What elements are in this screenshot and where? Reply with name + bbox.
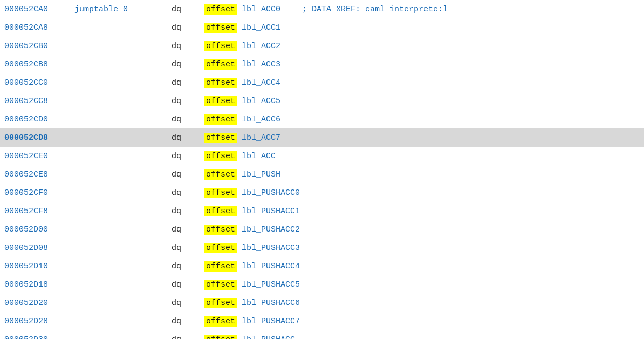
table-row[interactable]: 000052D28dqoffsetlbl_PUSHACC7 [0,312,644,330]
address-col: 000052CA0 [4,5,74,14]
address-col: 000052CE0 [4,152,74,161]
mnemonic-col: dq [172,97,204,106]
operand-col: lbl_PUSHACC0 [242,188,300,198]
address-col: 000052CA8 [4,23,74,32]
table-row[interactable]: 000052CB8dqoffsetlbl_ACC3 [0,55,644,73]
offset-keyword: offset [204,151,237,161]
offset-keyword: offset [204,206,237,216]
offset-keyword: offset [204,188,237,198]
mnemonic-col: dq [172,42,204,51]
operand-col: lbl_ACC [242,152,276,161]
operand-col: lbl_ACC6 [242,115,280,124]
address-col: 000052D20 [4,299,74,308]
offset-keyword: offset [204,280,237,290]
offset-keyword: offset [204,59,237,70]
table-row[interactable]: 000052D30dqoffsetlbl_PUSHACC [0,330,644,339]
table-row[interactable]: 000052D08dqoffsetlbl_PUSHACC3 [0,239,644,257]
operand-col: lbl_PUSHACC1 [242,207,300,216]
address-col: 000052D28 [4,317,74,326]
operand-col: lbl_ACC3 [242,60,280,69]
address-col: 000052CE8 [4,170,74,179]
table-row[interactable]: 000052D10dqoffsetlbl_PUSHACC4 [0,257,644,275]
offset-keyword: offset [204,133,237,143]
offset-keyword: offset [204,96,237,106]
mnemonic-col: dq [172,115,204,124]
operand-col: lbl_ACC0 [242,5,280,14]
operand-col: lbl_PUSHACC7 [242,317,300,326]
table-row[interactable]: 000052CD0dqoffsetlbl_ACC6 [0,110,644,128]
comment-col: ; DATA XREF: caml_interprete:l [302,5,448,14]
offset-keyword: offset [204,4,237,15]
operand-col: lbl_PUSHACC3 [242,243,300,253]
offset-keyword: offset [204,335,237,340]
mnemonic-col: dq [172,225,204,234]
offset-keyword: offset [204,225,237,235]
table-row[interactable]: 000052CF0dqoffsetlbl_PUSHACC0 [0,184,644,202]
address-col: 000052CB8 [4,60,74,69]
mnemonic-col: dq [172,60,204,69]
mnemonic-col: dq [172,133,204,143]
mnemonic-col: dq [172,262,204,271]
table-row[interactable]: 000052CC0dqoffsetlbl_ACC4 [0,73,644,92]
address-col: 000052CD0 [4,115,74,124]
operand-col: lbl_PUSHACC [242,335,295,340]
table-row[interactable]: 000052CD8dqoffsetlbl_ACC7 [0,128,644,147]
address-col: 000052CD8 [4,133,74,143]
operand-col: lbl_PUSHACC6 [242,299,300,308]
address-col: 000052D00 [4,225,74,234]
table-row[interactable]: 000052CA0jumptable_0dqoffsetlbl_ACC0; DA… [0,0,644,18]
mnemonic-col: dq [172,170,204,179]
operand-col: lbl_ACC1 [242,23,280,32]
mnemonic-col: dq [172,78,204,87]
offset-keyword: offset [204,316,237,327]
mnemonic-col: dq [172,317,204,326]
offset-keyword: offset [204,298,237,308]
operand-col: lbl_ACC4 [242,78,280,87]
offset-keyword: offset [204,170,237,180]
offset-keyword: offset [204,23,237,33]
table-row[interactable]: 000052D00dqoffsetlbl_PUSHACC2 [0,220,644,239]
mnemonic-col: dq [172,23,204,32]
address-col: 000052D18 [4,280,74,289]
operand-col: lbl_ACC7 [242,133,280,143]
table-row[interactable]: 000052CF8dqoffsetlbl_PUSHACC1 [0,202,644,220]
address-col: 000052CF0 [4,188,74,198]
table-row[interactable]: 000052CA8dqoffsetlbl_ACC1 [0,18,644,37]
offset-keyword: offset [204,261,237,272]
disassembly-view: 000052CA0jumptable_0dqoffsetlbl_ACC0; DA… [0,0,644,339]
address-col: 000052D30 [4,335,74,340]
mnemonic-col: dq [172,207,204,216]
table-row[interactable]: 000052CC8dqoffsetlbl_ACC5 [0,92,644,110]
operand-col: lbl_PUSHACC4 [242,262,300,271]
mnemonic-col: dq [172,5,204,14]
address-col: 000052CC8 [4,97,74,106]
operand-col: lbl_ACC5 [242,97,280,106]
mnemonic-col: dq [172,299,204,308]
address-col: 000052CF8 [4,207,74,216]
table-row[interactable]: 000052CE0dqoffsetlbl_ACC [0,147,644,165]
mnemonic-col: dq [172,243,204,253]
operand-col: lbl_ACC2 [242,42,280,51]
mnemonic-col: dq [172,188,204,198]
address-col: 000052D10 [4,262,74,271]
offset-keyword: offset [204,78,237,88]
operand-col: lbl_PUSHACC2 [242,225,300,234]
table-row[interactable]: 000052D20dqoffsetlbl_PUSHACC6 [0,294,644,312]
table-row[interactable]: 000052D18dqoffsetlbl_PUSHACC5 [0,275,644,294]
table-row[interactable]: 000052CE8dqoffsetlbl_PUSH [0,165,644,184]
mnemonic-col: dq [172,280,204,289]
offset-keyword: offset [204,243,237,253]
operand-col: lbl_PUSH [242,170,280,179]
table-row[interactable]: 000052CB0dqoffsetlbl_ACC2 [0,37,644,55]
address-col: 000052CB0 [4,42,74,51]
address-col: 000052D08 [4,243,74,253]
offset-keyword: offset [204,41,237,51]
offset-keyword: offset [204,114,237,125]
operand-col: lbl_PUSHACC5 [242,280,300,289]
mnemonic-col: dq [172,152,204,161]
mnemonic-col: dq [172,335,204,340]
address-col: 000052CC0 [4,78,74,87]
label-col: jumptable_0 [74,5,172,14]
